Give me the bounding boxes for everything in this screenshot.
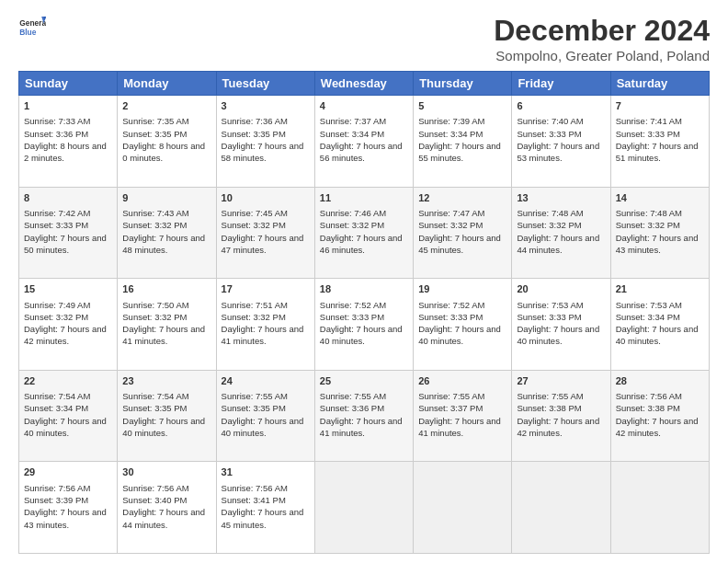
daylight-text: Daylight: 8 hours and 2 minutes.: [24, 140, 112, 165]
sunrise-text: Sunrise: 7:53 AM: [517, 299, 605, 311]
calendar-cell: 1Sunrise: 7:33 AMSunset: 3:36 PMDaylight…: [19, 96, 118, 188]
daylight-text: Daylight: 7 hours and 40 minutes.: [222, 415, 310, 440]
day-number: 7: [616, 99, 704, 113]
weekday-header-wednesday: Wednesday: [314, 72, 413, 96]
sunrise-text: Sunrise: 7:56 AM: [222, 482, 310, 494]
calendar-cell: 4Sunrise: 7:37 AMSunset: 3:34 PMDaylight…: [314, 96, 413, 188]
daylight-text: Daylight: 7 hours and 47 minutes.: [222, 232, 310, 257]
sunrise-text: Sunrise: 7:46 AM: [320, 207, 408, 219]
sunrise-text: Sunrise: 7:33 AM: [24, 115, 112, 127]
calendar-cell: 29Sunrise: 7:56 AMSunset: 3:39 PMDayligh…: [19, 462, 118, 554]
daylight-text: Daylight: 7 hours and 42 minutes.: [616, 415, 704, 440]
calendar-cell: 20Sunrise: 7:53 AMSunset: 3:33 PMDayligh…: [512, 279, 610, 371]
sunrise-text: Sunrise: 7:53 AM: [616, 299, 704, 311]
day-number: 24: [222, 374, 310, 388]
svg-text:General: General: [19, 18, 46, 28]
sunrise-text: Sunrise: 7:49 AM: [24, 299, 112, 311]
week-row-2: 8Sunrise: 7:42 AMSunset: 3:33 PMDaylight…: [19, 187, 710, 279]
daylight-text: Daylight: 7 hours and 45 minutes.: [418, 232, 506, 257]
sunset-text: Sunset: 3:32 PM: [616, 219, 704, 231]
sunrise-text: Sunrise: 7:55 AM: [517, 390, 605, 402]
sunset-text: Sunset: 3:35 PM: [222, 128, 310, 140]
day-number: 9: [122, 191, 210, 205]
week-row-1: 1Sunrise: 7:33 AMSunset: 3:36 PMDaylight…: [19, 96, 710, 188]
day-number: 11: [320, 191, 408, 205]
calendar-cell: 11Sunrise: 7:46 AMSunset: 3:32 PMDayligh…: [314, 187, 413, 279]
sunset-text: Sunset: 3:32 PM: [222, 219, 310, 231]
day-number: 29: [24, 465, 112, 479]
daylight-text: Daylight: 7 hours and 41 minutes.: [222, 323, 310, 348]
day-number: 10: [222, 191, 310, 205]
sunset-text: Sunset: 3:36 PM: [320, 402, 408, 414]
daylight-text: Daylight: 7 hours and 56 minutes.: [320, 140, 408, 165]
sunset-text: Sunset: 3:35 PM: [122, 128, 210, 140]
day-number: 3: [222, 99, 310, 113]
daylight-text: Daylight: 7 hours and 41 minutes.: [122, 323, 210, 348]
sunset-text: Sunset: 3:39 PM: [24, 494, 112, 506]
day-number: 31: [222, 465, 310, 479]
day-number: 17: [222, 282, 310, 296]
calendar-cell: 23Sunrise: 7:54 AMSunset: 3:35 PMDayligh…: [118, 370, 216, 462]
sunrise-text: Sunrise: 7:52 AM: [320, 299, 408, 311]
day-number: 23: [122, 374, 210, 388]
day-number: 19: [418, 282, 506, 296]
main-title: December 2024: [494, 14, 710, 48]
sunset-text: Sunset: 3:32 PM: [418, 219, 506, 231]
sunrise-text: Sunrise: 7:54 AM: [122, 390, 210, 402]
sunrise-text: Sunrise: 7:35 AM: [122, 115, 210, 127]
calendar-cell: 21Sunrise: 7:53 AMSunset: 3:34 PMDayligh…: [610, 279, 709, 371]
sunset-text: Sunset: 3:32 PM: [24, 311, 112, 323]
daylight-text: Daylight: 7 hours and 40 minutes.: [418, 323, 506, 348]
daylight-text: Daylight: 7 hours and 55 minutes.: [418, 140, 506, 165]
header: General Blue December 2024 Sompolno, Gre…: [18, 14, 710, 63]
weekday-header-sunday: Sunday: [19, 72, 118, 96]
sunrise-text: Sunrise: 7:43 AM: [122, 207, 210, 219]
sunset-text: Sunset: 3:40 PM: [122, 494, 210, 506]
calendar-cell: 27Sunrise: 7:55 AMSunset: 3:38 PMDayligh…: [512, 370, 610, 462]
day-number: 8: [24, 191, 112, 205]
day-number: 28: [616, 374, 704, 388]
daylight-text: Daylight: 7 hours and 42 minutes.: [24, 323, 112, 348]
title-section: December 2024 Sompolno, Greater Poland, …: [494, 14, 710, 63]
daylight-text: Daylight: 7 hours and 44 minutes.: [122, 506, 210, 531]
svg-text:Blue: Blue: [19, 28, 37, 37]
day-number: 4: [320, 99, 408, 113]
sunset-text: Sunset: 3:32 PM: [122, 311, 210, 323]
calendar-cell: 6Sunrise: 7:40 AMSunset: 3:33 PMDaylight…: [512, 96, 610, 188]
sunrise-text: Sunrise: 7:55 AM: [320, 390, 408, 402]
sunrise-text: Sunrise: 7:36 AM: [222, 115, 310, 127]
calendar-cell: 18Sunrise: 7:52 AMSunset: 3:33 PMDayligh…: [314, 279, 413, 371]
sunrise-text: Sunrise: 7:47 AM: [418, 207, 506, 219]
sunset-text: Sunset: 3:33 PM: [517, 311, 605, 323]
calendar-cell: 2Sunrise: 7:35 AMSunset: 3:35 PMDaylight…: [118, 96, 216, 188]
sunrise-text: Sunrise: 7:51 AM: [222, 299, 310, 311]
sunset-text: Sunset: 3:32 PM: [222, 311, 310, 323]
daylight-text: Daylight: 7 hours and 40 minutes.: [616, 323, 704, 348]
daylight-text: Daylight: 7 hours and 58 minutes.: [222, 140, 310, 165]
day-number: 1: [24, 99, 112, 113]
weekday-header-tuesday: Tuesday: [216, 72, 314, 96]
logo-icon: General Blue: [18, 14, 46, 41]
sunset-text: Sunset: 3:34 PM: [418, 128, 506, 140]
sunrise-text: Sunrise: 7:56 AM: [122, 482, 210, 494]
daylight-text: Daylight: 7 hours and 40 minutes.: [517, 323, 605, 348]
day-number: 27: [517, 374, 605, 388]
calendar-cell: 28Sunrise: 7:56 AMSunset: 3:38 PMDayligh…: [610, 370, 709, 462]
daylight-text: Daylight: 7 hours and 51 minutes.: [616, 140, 704, 165]
day-number: 6: [517, 99, 605, 113]
day-number: 30: [122, 465, 210, 479]
sunset-text: Sunset: 3:34 PM: [320, 128, 408, 140]
sunrise-text: Sunrise: 7:50 AM: [122, 299, 210, 311]
weekday-header-saturday: Saturday: [610, 72, 709, 96]
day-number: 21: [616, 282, 704, 296]
calendar-cell: 7Sunrise: 7:41 AMSunset: 3:33 PMDaylight…: [610, 96, 709, 188]
sunrise-text: Sunrise: 7:56 AM: [24, 482, 112, 494]
sunset-text: Sunset: 3:34 PM: [616, 311, 704, 323]
logo: General Blue: [18, 14, 46, 41]
week-row-5: 29Sunrise: 7:56 AMSunset: 3:39 PMDayligh…: [19, 462, 710, 554]
sunrise-text: Sunrise: 7:55 AM: [418, 390, 506, 402]
calendar-cell: 14Sunrise: 7:48 AMSunset: 3:32 PMDayligh…: [610, 187, 709, 279]
calendar-cell: 9Sunrise: 7:43 AMSunset: 3:32 PMDaylight…: [118, 187, 216, 279]
day-number: 12: [418, 191, 506, 205]
daylight-text: Daylight: 7 hours and 40 minutes.: [320, 323, 408, 348]
